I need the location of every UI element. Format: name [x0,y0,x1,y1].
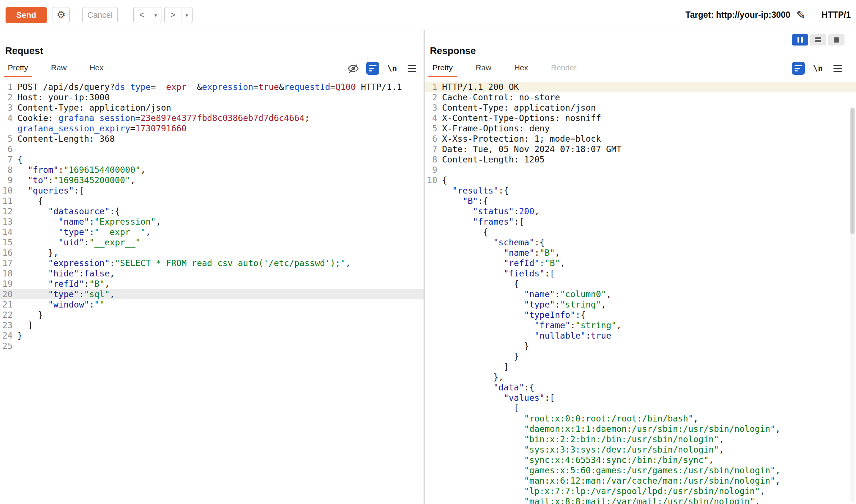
layout-single-button[interactable] [828,34,845,46]
line-text: } [442,351,519,362]
line-number: 4 [0,113,13,123]
line-text: [ [442,403,519,413]
code-line: 8 "from":"1696154400000", [0,165,424,175]
code-line: 20 "type":"sql", [0,289,424,299]
line-number: 19 [0,279,13,289]
cancel-button[interactable]: Cancel [82,7,118,23]
line-text: Content-Type: application/json [442,103,596,113]
line-number [425,206,437,216]
request-tab-hex[interactable]: Hex [88,63,105,77]
line-text: ] [17,320,33,330]
code-line: "frame":"string", [425,320,856,330]
line-text: "name":"Expression", [17,216,161,227]
word-wrap-toggle[interactable] [792,62,805,75]
line-text: "daemon:x:1:1:daemon:/usr/sbin:/usr/sbin… [442,424,780,434]
code-line: "root:x:0:0:root:/root:/bin/bash", [425,413,856,424]
toolbar-separator [814,6,814,24]
request-tab-pretty[interactable]: Pretty [6,63,30,77]
line-number [425,403,437,413]
back-button[interactable]: < [134,7,150,23]
code-line: "frames":[ [425,216,856,227]
line-text: } [17,330,23,341]
line-number [425,320,437,330]
line-text: "B":{ [442,196,488,206]
toolbar-right: Target: http://your-ip:3000 ✎ HTTP/1 [685,6,851,24]
line-number: 2 [425,92,437,103]
hide-nonprinting-button[interactable] [347,62,360,75]
code-line: 16 }, [0,248,424,258]
line-text: { [442,175,447,185]
response-tab-pretty[interactable]: Pretty [431,63,455,77]
layout-rows-button[interactable] [810,34,826,46]
code-line: }, [425,372,856,382]
line-number [425,362,437,372]
line-text: "window":"" [17,299,104,310]
code-line: 15 "uid":"__expr__" [0,237,424,248]
line-number [425,455,437,465]
line-text: { [17,196,43,206]
request-editor[interactable]: 1POST /api/ds/query?ds_type=__expr__&exp… [0,82,424,351]
show-newlines-toggle[interactable]: \n [811,62,825,75]
line-number [425,382,437,393]
code-line: { [425,279,856,289]
line-text: Content-Length: 368 [17,134,115,144]
line-number: 24 [0,330,13,341]
line-text: "bin:x:2:2:bin:/bin:/usr/sbin/nologin", [442,434,724,444]
line-text: "type":"string", [442,299,606,310]
line-number: 10 [0,185,13,196]
http-version-label[interactable]: HTTP/1 [822,10,851,20]
send-button[interactable]: Send [6,7,47,23]
code-line: 13 "name":"Expression", [0,216,424,227]
code-line: 10{ [425,175,856,185]
word-wrap-icon [369,65,377,66]
line-number: 7 [425,144,437,154]
code-line: "games:x:5:60:games:/usr/games:/usr/sbin… [425,465,856,476]
rows-layout-icon [815,37,821,42]
line-text: "fields":[ [442,268,555,279]
code-line: "refId":"B", [425,258,856,268]
code-line: 3Content-Type: application/json [425,103,856,113]
line-number [425,227,437,237]
line-text: "sys:x:3:3:sys:/dev:/usr/sbin/nologin", [442,444,724,455]
line-number: 18 [0,268,13,279]
line-number [425,237,437,248]
code-line: 9 "to":"1696345200000", [0,175,424,185]
layout-columns-button[interactable] [792,34,808,46]
settings-button[interactable]: ⚙ [53,7,70,23]
line-text: } [442,341,529,351]
edit-target-button[interactable]: ✎ [796,10,806,21]
response-tab-hex[interactable]: Hex [512,63,530,77]
line-text: "datasource":{ [17,206,120,216]
response-tab-raw[interactable]: Raw [474,63,493,77]
toolbar: Send ⚙ Cancel < ▾ > ▾ Target: http://you… [0,0,856,30]
forward-button[interactable]: > [165,7,181,23]
line-number [425,299,437,310]
line-number [425,486,437,496]
request-tab-raw[interactable]: Raw [49,63,68,77]
code-line: 11 { [0,196,424,206]
line-text: "name":"column0", [442,289,611,299]
back-dropdown-button[interactable]: ▾ [150,7,161,23]
layout-toggle-group [792,34,845,46]
line-number [425,289,437,299]
request-editor-menu-button[interactable] [405,62,418,75]
response-panel-title: Response [430,45,856,57]
line-text: X-Frame-Options: deny [442,123,550,134]
code-line: "status":200, [425,206,856,216]
line-number: 9 [0,175,13,185]
line-text: "typeInfo":{ [442,310,586,320]
response-editor-menu-button[interactable] [831,62,844,75]
line-text: "sync:x:4:65534:sync:/bin:/bin/sync", [442,455,714,465]
word-wrap-toggle[interactable] [366,62,379,75]
code-line: { [425,227,856,237]
show-newlines-toggle[interactable]: \n [385,62,399,75]
response-scrollbar[interactable] [850,107,855,502]
forward-dropdown-button[interactable]: ▾ [181,7,192,23]
response-editor[interactable]: 1HTTP/1.1 200 OK2Cache-Control: no-store… [425,82,856,504]
code-line: 1HTTP/1.1 200 OK [425,82,856,92]
response-scrollbar-thumb[interactable] [850,108,855,234]
word-wrap-icon [795,65,802,66]
line-number: 9 [425,165,437,175]
line-number: 8 [0,165,13,175]
pencil-icon: ✎ [796,9,806,21]
